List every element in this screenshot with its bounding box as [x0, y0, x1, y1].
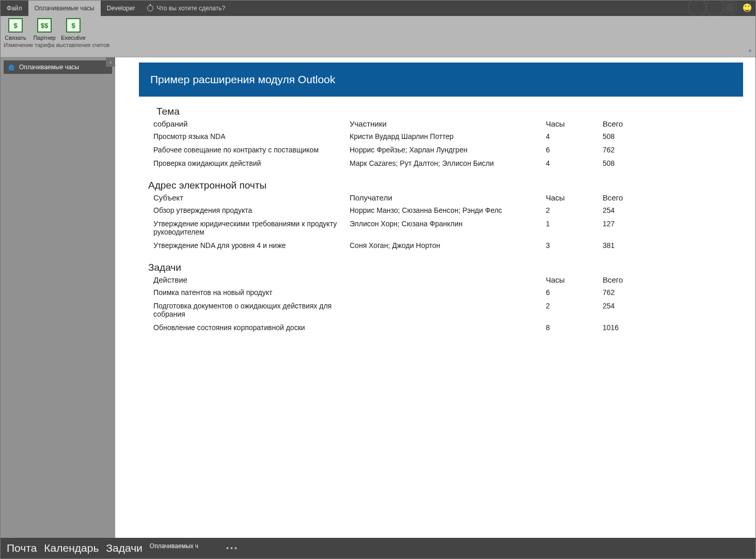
cell-total: 508	[603, 159, 649, 167]
sidebar-collapse-icon[interactable]: ‹	[106, 57, 115, 67]
table-row: Проверка ожидающих действий Марк Cazares…	[139, 157, 743, 170]
cell-subject: Рабочее совещание по контракту с поставщ…	[153, 146, 350, 154]
table-row: Поимка патентов на новый продукт 6 762	[139, 286, 743, 300]
cell-total: 127	[603, 220, 649, 228]
cell-hours: 6	[546, 146, 603, 154]
app-root: Файл Оплачиваемые часы Developer Что вы …	[0, 0, 756, 559]
section-email: Адрес электронной почты Субъект Получате…	[139, 180, 743, 253]
col-total: Всего	[603, 275, 649, 284]
bottom-nav: Почта Календарь Задачи Оплачиваемых ч ••…	[1, 538, 755, 558]
nav-more-icon[interactable]: •••	[226, 544, 239, 552]
cell-hours: 2	[546, 302, 603, 310]
cell-subject: Утверждение юридическими требованиями к …	[153, 220, 350, 236]
titlebar-decoration: ◯◯◉	[687, 0, 735, 17]
table-row: Подготовка документов о ожидающих действ…	[139, 300, 743, 321]
cell-participants: Марк Cazares; Рут Далтон; Эллисон Бисли	[350, 159, 546, 167]
tab-billable-hours[interactable]: Оплачиваемые часы	[28, 1, 101, 16]
cell-hours: 2	[546, 206, 603, 214]
col-recipients: Получатели	[350, 193, 546, 202]
sidebar-item-label: Оплачиваемые часы	[19, 64, 79, 71]
cell-participants: Кристи Вудард Шарлин Поттер	[350, 132, 546, 141]
body: ‹ Оплачиваемые часы Пример расширения мо…	[1, 57, 755, 538]
table-row: Утверждение юридическими требованиями к …	[139, 218, 743, 239]
content-area: Пример расширения модуля Outlook Тема со…	[115, 57, 755, 538]
section-title: Адрес электронной почты	[148, 180, 743, 191]
page-title: Пример расширения модуля Outlook	[150, 73, 335, 86]
sidebar-item-billable-hours[interactable]: Оплачиваемые часы	[4, 60, 112, 74]
cell-total: 762	[603, 288, 649, 297]
cell-participants: Норрис Фрейзье; Харлан Лундгрен	[350, 146, 546, 154]
tab-file[interactable]: Файл	[1, 1, 28, 16]
nav-billable-label[interactable]: Оплачиваемых ч	[150, 542, 198, 550]
title-bar: Файл Оплачиваемые часы Developer Что вы …	[1, 1, 755, 16]
cell-hours: 3	[546, 241, 603, 250]
cell-subject: Обзор утверждения продукта	[153, 206, 350, 214]
sidebar: ‹ Оплачиваемые часы	[1, 57, 115, 538]
section-title: Тема	[156, 106, 743, 117]
feedback-smiley-icon[interactable]	[743, 4, 751, 12]
col-hours: Часы	[546, 275, 603, 284]
cell-subject: Проверка ожидающих действий	[153, 159, 350, 167]
nav-calendar[interactable]: Календарь	[44, 542, 99, 554]
cell-hours: 4	[546, 132, 603, 141]
ribbon-button-label: Executive	[61, 35, 86, 41]
nav-mail[interactable]: Почта	[7, 542, 37, 554]
cell-total: 508	[603, 132, 649, 141]
lightbulb-icon	[147, 5, 153, 11]
col-hours: Часы	[546, 193, 603, 202]
table-row: Утверждение NDA для уровня 4 и ниже Соня…	[139, 239, 743, 253]
table-header: собраний Участники Часы Всего	[139, 118, 743, 130]
tell-me-search[interactable]: Что вы хотите сделать?	[141, 5, 231, 12]
col-participants: Участники	[350, 119, 546, 128]
tab-developer[interactable]: Developer	[101, 1, 141, 16]
cell-action: Обновление состояния корпоративной доски	[153, 323, 350, 332]
cell-hours: 8	[546, 323, 603, 332]
col-total: Всего	[603, 119, 649, 128]
cell-action: Поимка патентов на новый продукт	[153, 288, 350, 297]
col-hours: Часы	[546, 119, 603, 128]
ribbon-button-associate[interactable]: $ Связать	[4, 18, 27, 41]
cell-recipients: Норрис Манзо; Сюзанна Бенсон; Рэнди Фелс	[350, 206, 546, 214]
ribbon-group-label: Изменение тарифа выставления счетов	[1, 41, 113, 50]
tell-me-label: Что вы хотите сделать?	[156, 5, 225, 12]
cell-hours: 6	[546, 288, 603, 297]
section-title: Задачи	[148, 262, 743, 273]
col-action: Действие	[153, 275, 350, 284]
cell-action: Подготовка документов о ожидающих действ…	[153, 302, 350, 318]
cell-recipients: Соня Хоган; Джоди Нортон	[350, 241, 546, 250]
table-row: Обновление состояния корпоративной доски…	[139, 321, 743, 335]
page-banner: Пример расширения модуля Outlook	[139, 63, 743, 97]
table-header: Действие Часы Всего	[139, 274, 743, 286]
col-subject: собраний	[153, 119, 350, 128]
col-subject: Субъект	[153, 193, 350, 202]
section-meetings: Тема собраний Участники Часы Всего Просм…	[139, 106, 743, 170]
home-icon	[8, 64, 15, 70]
cell-recipients: Эллисон Хорн; Сюзана Франклин	[350, 220, 546, 228]
ribbon-button-label: Партнер	[33, 35, 55, 41]
cell-total: 1016	[603, 323, 649, 332]
dollar-icon: $	[8, 18, 23, 33]
cell-subject: Утверждение NDA для уровня 4 и ниже	[153, 241, 350, 250]
cell-subject: Просмотр языка NDA	[153, 132, 350, 141]
cell-hours: 1	[546, 220, 603, 228]
ribbon-button-label: Связать	[5, 35, 26, 41]
cell-total: 762	[603, 146, 649, 154]
table-row: Просмотр языка NDA Кристи Вудард Шарлин …	[139, 130, 743, 144]
col-total: Всего	[603, 193, 649, 202]
nav-tasks[interactable]: Задачи	[106, 542, 143, 554]
table-header: Субъект Получатели Часы Всего	[139, 192, 743, 204]
cell-total: 254	[603, 206, 649, 214]
ribbon-button-executive[interactable]: $ Executive	[61, 18, 85, 41]
cell-total: 381	[603, 241, 649, 250]
section-tasks: Задачи Действие Часы Всего Поимка патент…	[139, 262, 743, 335]
table-row: Обзор утверждения продукта Норрис Манзо;…	[139, 204, 743, 218]
table-row: Рабочее совещание по контракту с поставщ…	[139, 144, 743, 157]
cell-total: 254	[603, 302, 649, 310]
dollar-icon: $	[66, 18, 81, 33]
ribbon: $ Связать $$ Партнер $ Executive Изменен…	[1, 16, 755, 57]
dollar-icon: $$	[37, 18, 52, 33]
ribbon-group-billing-rate: $ Связать $$ Партнер $ Executive Изменен…	[1, 16, 113, 57]
ribbon-button-partner[interactable]: $$ Партнер	[33, 18, 56, 41]
cell-hours: 4	[546, 159, 603, 167]
ribbon-collapse-icon[interactable]: ^	[749, 49, 751, 55]
